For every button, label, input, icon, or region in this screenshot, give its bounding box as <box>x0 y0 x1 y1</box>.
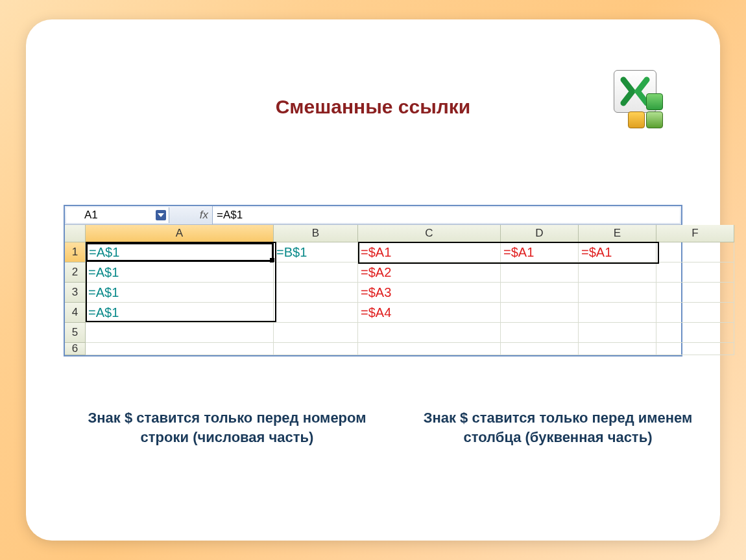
cell-A6[interactable] <box>86 343 274 355</box>
cell-A5[interactable] <box>86 323 274 343</box>
col-header-F[interactable]: F <box>656 225 734 242</box>
excel-icon-sq-lime <box>646 111 663 128</box>
row-header-2[interactable]: 2 <box>65 262 86 283</box>
fx-label[interactable]: fx <box>169 206 213 224</box>
excel-icon-sq-green <box>646 93 663 110</box>
col-header-D[interactable]: D <box>501 225 579 242</box>
name-box[interactable]: A1 <box>66 207 169 223</box>
name-box-dropdown-icon[interactable] <box>156 210 166 220</box>
cell-D6[interactable] <box>501 343 579 355</box>
row-header-4[interactable]: 4 <box>65 303 86 323</box>
cell-C5[interactable] <box>358 323 501 343</box>
cell-E4[interactable] <box>579 303 656 323</box>
cell-B1[interactable]: =B$1 <box>274 242 358 262</box>
cell-B2[interactable] <box>274 262 358 283</box>
col-header-C[interactable]: C <box>358 225 501 242</box>
col-header-E[interactable]: E <box>579 225 656 242</box>
row-header-1[interactable]: 1 <box>65 242 86 262</box>
col-header-B[interactable]: B <box>274 225 358 242</box>
cell-C6[interactable] <box>358 343 501 355</box>
cell-B5[interactable] <box>274 323 358 343</box>
slide-background: Смешанные ссылки A1 fx =A$1 <box>0 0 746 560</box>
cell-F4[interactable] <box>656 303 734 323</box>
name-box-value: A1 <box>84 209 98 222</box>
cell-E6[interactable] <box>579 343 656 355</box>
formula-bar: A1 fx =A$1 <box>65 206 681 225</box>
slide-card: Смешанные ссылки A1 fx =A$1 <box>26 19 720 541</box>
cell-E5[interactable] <box>579 323 656 343</box>
cell-C2[interactable]: =$A2 <box>358 262 501 283</box>
row-header-5[interactable]: 5 <box>65 323 86 343</box>
cell-A4[interactable]: =A$1 <box>86 303 274 323</box>
cell-B6[interactable] <box>274 343 358 355</box>
cell-D5[interactable] <box>501 323 579 343</box>
cell-F6[interactable] <box>656 343 734 355</box>
cell-A2[interactable]: =A$1 <box>86 262 274 283</box>
cell-B4[interactable] <box>274 303 358 323</box>
corner-header[interactable] <box>65 225 86 242</box>
cell-D1[interactable]: =$A1 <box>501 242 579 262</box>
cell-D3[interactable] <box>501 283 579 303</box>
cell-E2[interactable] <box>579 262 656 283</box>
cell-F3[interactable] <box>656 283 734 303</box>
cell-A1[interactable]: =A$1 <box>86 242 274 262</box>
excel-icon-sq-orange <box>628 111 645 128</box>
cell-A3[interactable]: =A$1 <box>86 283 274 303</box>
cell-E1[interactable]: =$A1 <box>579 242 656 262</box>
cell-F2[interactable] <box>656 262 734 283</box>
grid: A B C D E F 1 =A$1 =B$1 =$A1 =$A1 =$A1 2… <box>65 225 681 355</box>
cell-E3[interactable] <box>579 283 656 303</box>
formula-input[interactable]: =A$1 <box>213 207 680 223</box>
cell-F5[interactable] <box>656 323 734 343</box>
cell-B3[interactable] <box>274 283 358 303</box>
cell-C3[interactable]: =$A3 <box>358 283 501 303</box>
col-header-A[interactable]: A <box>86 225 274 242</box>
cell-D2[interactable] <box>501 262 579 283</box>
spreadsheet: A1 fx =A$1 A B C D E F 1 =A$1 =B$1 =$A1 <box>64 205 682 356</box>
cell-F1[interactable] <box>656 242 734 262</box>
excel-icon <box>610 70 669 130</box>
cell-C4[interactable]: =$A4 <box>358 303 501 323</box>
cell-D4[interactable] <box>501 303 579 323</box>
row-header-6[interactable]: 6 <box>65 343 86 355</box>
row-header-3[interactable]: 3 <box>65 283 86 303</box>
caption-left: Знак $ ставится только перед номером стр… <box>84 408 370 447</box>
caption-right: Знак $ ставится только перед именем стол… <box>409 408 707 447</box>
cell-C1[interactable]: =$A1 <box>358 242 501 262</box>
